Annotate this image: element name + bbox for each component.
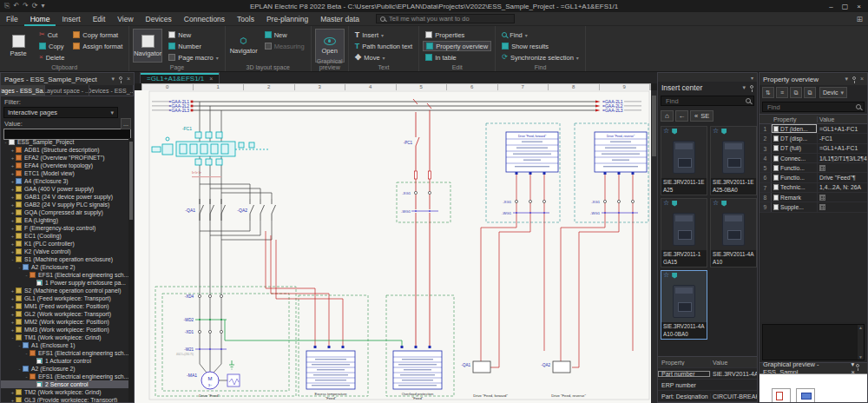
expander-icon[interactable]: + — [10, 171, 16, 176]
expander-icon[interactable]: + — [10, 390, 16, 395]
tree-item[interactable]: -A1 (Enclosure 1) — [1, 341, 128, 349]
overload-protection-device[interactable] — [393, 346, 442, 389]
breadcrumb[interactable]: « SE — [690, 110, 713, 122]
undo-icon[interactable]: ↶ — [13, 2, 19, 10]
tree-item[interactable]: +GL1 (Feed workpiece: Transport) — [1, 294, 128, 302]
properties-button[interactable]: Properties — [423, 30, 491, 40]
favorite-star-icon[interactable]: ☆ — [713, 128, 719, 135]
expander-icon[interactable]: + — [10, 218, 16, 223]
schematic-canvas[interactable]: =GAA-2L1 =GAA-2L2 =GAA-2L3 =GAA-2L1 =GAA… — [135, 90, 651, 403]
pages-panel-tab-2[interactable]: Devices - ESS_... — [89, 85, 134, 96]
delete-button[interactable]: ×Delete — [36, 52, 67, 63]
thermistor-wires[interactable] — [266, 231, 343, 346]
page-macro-button[interactable]: Page macro ▾ — [166, 52, 220, 63]
pv-row-value[interactable]: 1/L1¶2/T1¶3/L2¶4... — [817, 154, 867, 162]
pv-row-value[interactable] — [817, 163, 867, 172]
pv-row[interactable]: 8Remark — [760, 193, 867, 202]
tree-item[interactable]: +MM3 (Work workpiece: Position) — [1, 326, 128, 334]
pv-row-property[interactable]: Functio... — [772, 173, 817, 182]
device-tile[interactable]: ☆SIE.3RV2011-1EA25-0BA0 — [710, 126, 757, 195]
pv-search[interactable] — [762, 102, 865, 112]
find-button[interactable]: Find ▾ — [499, 30, 582, 40]
expander-icon[interactable]: + — [10, 155, 16, 161]
menu-item-tools[interactable]: Tools — [231, 12, 260, 26]
expander-icon[interactable]: + — [10, 210, 16, 215]
tree-item[interactable]: +GAA (400 V power supply) — [1, 185, 128, 193]
expander-icon[interactable]: - — [16, 265, 23, 270]
expander-icon[interactable]: + — [10, 288, 16, 294]
maximize-button[interactable]: ▢ — [842, 3, 849, 10]
insert-prop-row[interactable]: ERP number — [658, 380, 757, 391]
feed-forward-device-table[interactable]: Drive "Feed, forward" — [506, 132, 558, 175]
filter-dropdown[interactable]: Interactive pages ▾ — [3, 107, 118, 118]
tag-icon[interactable] — [672, 129, 677, 135]
paste-button[interactable]: Paste — [3, 29, 33, 63]
expander-icon[interactable]: + — [10, 296, 16, 301]
tree-item[interactable]: +GL3 (Provide workpiece: Transport) — [1, 396, 128, 402]
pv-row-property[interactable]: Remark — [772, 193, 817, 202]
tree-item[interactable]: +ADB1 (Structure description) — [1, 146, 128, 154]
xg1-mid-terminals[interactable] — [414, 191, 431, 194]
tree-item[interactable]: -ESS_Sample_Project — [1, 138, 128, 146]
text-insert-button[interactable]: TInsert ▾ — [352, 30, 415, 40]
expander-icon[interactable]: - — [23, 374, 30, 380]
tree-item[interactable]: +MM1 (Feed workpiece: Position) — [1, 302, 128, 310]
tree-scrollbar[interactable] — [128, 138, 134, 402]
expander-icon[interactable]: + — [10, 312, 16, 317]
favorite-star-icon[interactable]: ☆ — [713, 200, 719, 207]
pv-row[interactable]: 2DT (disp...-FC1 — [760, 134, 867, 143]
expander-icon[interactable]: + — [10, 398, 16, 403]
pv-row-property[interactable]: DT (iden... — [772, 124, 817, 133]
expander-icon[interactable]: + — [10, 187, 16, 192]
layout3d-new-button[interactable]: New — [262, 30, 307, 40]
xd1-terminals[interactable] — [198, 330, 222, 333]
insert-dropdown-icon[interactable]: ▾ — [742, 84, 746, 91]
canvas-scrollbar[interactable] — [651, 90, 657, 403]
expander-icon[interactable]: - — [10, 257, 16, 262]
close-button[interactable]: × — [857, 3, 861, 10]
pv-pin-icon[interactable] — [852, 76, 856, 80]
pages-panel-tab-1[interactable]: Layout space - ... — [45, 85, 89, 96]
tree-item[interactable]: 1 Power supply enclosure pa... — [1, 279, 128, 287]
insert-pin-icon[interactable] — [750, 85, 753, 89]
pv-multiline-box[interactable]: ▲▼ — [762, 324, 865, 360]
insert-prop-row[interactable]: Part numberSIE.3RV2011-4AA... — [658, 368, 757, 380]
expander-icon[interactable]: + — [10, 226, 16, 231]
device-tile[interactable]: ☆SIE.3RV2011-1GA15 — [661, 198, 707, 268]
device-scope-dropdown[interactable]: Devic ▾ — [819, 87, 847, 98]
pv-dropdown-icon[interactable]: ▾ — [845, 76, 848, 83]
pin-icon[interactable] — [119, 76, 122, 80]
expander-icon[interactable]: + — [10, 304, 16, 309]
expander-icon[interactable]: - — [16, 367, 23, 372]
tree-item[interactable]: -EFS1 (Electrical engineering sch... — [1, 271, 128, 279]
expander-icon[interactable]: - — [23, 273, 30, 278]
insert-prop-row[interactable]: Part: Designation 1CIRCUIT-BREAKE... — [658, 391, 757, 402]
pv-row-property[interactable]: Connec... — [772, 154, 817, 162]
tell-me-search[interactable]: Tell me what you want to do — [376, 14, 515, 23]
expander-icon[interactable]: + — [10, 320, 16, 325]
tree-item[interactable]: +A4 (Enclosure 3) — [1, 177, 128, 185]
xg1-a-terminals[interactable] — [515, 200, 545, 202]
synchronize-selection-button[interactable]: ⟳Synchronize selection ▾ — [499, 52, 582, 63]
tag-icon[interactable] — [721, 201, 727, 207]
customize-qat-icon[interactable]: ▾ — [42, 2, 45, 10]
pv-row-value[interactable] — [817, 193, 867, 202]
tree-item[interactable]: -A2 (Enclosure 2) — [1, 263, 128, 271]
move-button[interactable]: ✥Move ▾ — [352, 52, 415, 63]
pv-row[interactable]: 4Connec...1/L1¶2/T1¶3/L2¶4... — [760, 154, 867, 163]
tree-item[interactable]: +EC1 (Cooling) — [1, 232, 128, 240]
gp-dropdown-icon[interactable]: ▾ — [851, 360, 854, 368]
device-tile[interactable]: ☆SIE.3RV2011-1EA25 — [661, 126, 707, 195]
in-table-button[interactable]: In table — [423, 52, 491, 63]
insert-prop-value[interactable]: CIRCUIT-BREAKE... — [710, 393, 757, 400]
expander-icon[interactable]: + — [10, 163, 16, 168]
tree-item[interactable]: +EFA4 (Overview topology) — [1, 162, 128, 169]
tree-item[interactable]: +GAB2 (24 V supply PLC signals) — [1, 201, 128, 208]
tree-item[interactable]: -TM1 (Work workpiece: Grind) — [1, 334, 128, 341]
menu-item-file[interactable]: File — [0, 12, 24, 26]
panel-close-icon[interactable]: × — [127, 76, 130, 83]
insert-prop-key[interactable]: Part: Designation 1 — [658, 393, 710, 400]
expander-icon[interactable]: - — [16, 343, 23, 348]
pages-panel-header[interactable]: Pages - ESS_Sample_Project ▾ × — [1, 73, 134, 85]
pv-row-property[interactable]: Technic... — [772, 183, 817, 192]
